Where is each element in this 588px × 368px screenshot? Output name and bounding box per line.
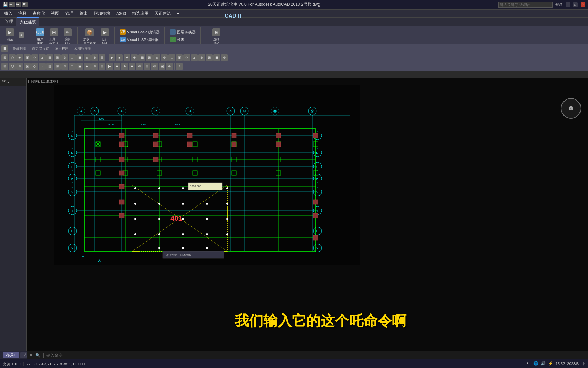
tb-r3-14[interactable]: ⊞ [99, 63, 105, 70]
tb-r2-9[interactable]: ⊙ [61, 54, 68, 61]
layout1-tab[interactable]: 布局1 [3, 352, 19, 358]
search-input[interactable] [498, 2, 553, 8]
tb-r2-29[interactable]: ▣ [213, 54, 220, 61]
tb-r2-2[interactable]: ⬡ [9, 54, 16, 61]
qa-icon-4[interactable]: ▼ [22, 2, 28, 7]
tb-r2-27[interactable]: ⊕ [198, 54, 205, 61]
status-sep-1: | [23, 362, 24, 366]
tb-r3-6[interactable]: ⊿ [39, 63, 46, 70]
menu-more[interactable]: ▾ [174, 11, 182, 17]
tb-leftpanel-toggle[interactable]: ☰ [1, 45, 8, 52]
vb-editor-btn[interactable]: VB Visual Basic 编辑器 [119, 29, 161, 35]
tb-r3-5[interactable]: ◇ [31, 63, 38, 70]
tb-r3-11[interactable]: ▣ [76, 63, 83, 70]
selectmode-icon: ⊕ [212, 28, 220, 36]
svg-point-140 [182, 203, 184, 205]
menu-annotate[interactable]: 注释 [16, 10, 29, 17]
tb-r2-26[interactable]: ⊿ [191, 54, 198, 61]
tb-r3-22[interactable]: ▣ [159, 63, 165, 70]
tb-r3-9[interactable]: ⊙ [61, 63, 68, 70]
tb-r2-11[interactable]: ▣ [76, 54, 83, 61]
tb-r3-4[interactable]: ▣ [24, 63, 31, 70]
menu-tianzheng[interactable]: 天正建筑 [152, 10, 174, 17]
menu-view[interactable]: 视图 [48, 10, 62, 17]
tb-r2-24[interactable]: ▣ [176, 54, 183, 61]
tb-r2-22[interactable]: ⊙ [161, 54, 168, 61]
systray-icon-sound[interactable]: 🔊 [541, 361, 546, 366]
tb-r2-17[interactable]: A [124, 54, 130, 61]
tb-r3-19[interactable]: ⊕ [136, 63, 143, 70]
tb-r3-7[interactable]: ▦ [46, 63, 53, 70]
cmd-close-icon[interactable]: ✕ [29, 353, 33, 358]
menu-parametric[interactable]: 参数化 [30, 10, 48, 17]
tb-r2-20[interactable]: ⊞ [146, 54, 153, 61]
tb-r2-25[interactable]: ◇ [183, 54, 190, 61]
tb-r2-14[interactable]: ⊞ [99, 54, 105, 61]
tb-r2-28[interactable]: ⊞ [206, 54, 213, 61]
tb-r3-13[interactable]: ⊕ [91, 63, 98, 70]
tb-r2-18[interactable]: ⊕ [131, 54, 138, 61]
tb-r2-13[interactable]: ⊕ [91, 54, 98, 61]
tb-r3-24[interactable]: X [176, 63, 183, 70]
systray-icon-network[interactable]: 🌐 [533, 361, 539, 366]
tb-r2-21[interactable]: ◈ [153, 54, 160, 61]
tb-r3-15[interactable]: ▶ [106, 63, 113, 70]
tab-active[interactable]: 天正建筑 [16, 17, 39, 26]
tb-r3-17[interactable]: A [121, 63, 128, 70]
tb-r3-23[interactable]: ⊕ [166, 63, 173, 70]
tb-r3-8[interactable]: ⊞ [54, 63, 61, 70]
tb-r3-21[interactable]: ⊙ [151, 63, 158, 70]
svg-rect-127 [187, 142, 192, 147]
menu-a360[interactable]: A360 [114, 11, 129, 17]
tb-r2-10[interactable]: □ [69, 54, 76, 61]
lisp-editor-btn[interactable]: Lp Visual LISP 编辑器 [119, 36, 161, 43]
tb-r3-2[interactable]: ⬡ [9, 63, 16, 70]
ribbon-btn-play[interactable]: ▶ 播放 [4, 27, 16, 43]
check-btn[interactable]: ✓ 检查 [169, 36, 197, 43]
canvas-area[interactable]: [-][俯视][二维线框] ④ ⑤ ⑥ ⑦ ⑧ ⑨ [27, 78, 588, 351]
tb-r2-30[interactable]: ⊙ [221, 54, 228, 61]
tb-r2-6[interactable]: ⊿ [39, 54, 46, 61]
tb-r2-12[interactable]: ◈ [84, 54, 91, 61]
tb-r2-1[interactable]: ⊞ [1, 54, 8, 61]
tb-r2-23[interactable]: □ [168, 54, 175, 61]
command-input[interactable] [46, 353, 585, 358]
tb-r3-1[interactable]: ⊞ [1, 63, 8, 70]
tab-manage[interactable]: 管理 [1, 18, 16, 26]
tb-r3-3[interactable]: ⊕ [16, 63, 23, 70]
cmd-search-icon[interactable]: 🔍 [35, 353, 40, 358]
tb-r3-20[interactable]: ⊞ [144, 63, 150, 70]
play-label: 播放 [6, 37, 13, 42]
tb-r3-12[interactable]: ◈ [84, 63, 91, 70]
tb-r2-19[interactable]: ▦ [138, 54, 145, 61]
tb-r2-7[interactable]: ▦ [46, 54, 53, 61]
tb-r2-8[interactable]: ⊞ [54, 54, 61, 61]
tb-r3-16[interactable]: ■ [114, 63, 120, 70]
layer-convert-btn[interactable]: ☰ 图层转换器 [169, 29, 197, 35]
menu-output[interactable]: 输出 [77, 10, 91, 17]
tb-r2-3[interactable]: ◈ [16, 54, 23, 61]
minimize-button[interactable]: — [566, 2, 570, 7]
menu-addons[interactable]: 附加模块 [91, 10, 113, 17]
record-btn[interactable]: ● [17, 32, 26, 39]
svg-rect-121 [119, 171, 124, 175]
tb-r3-10[interactable]: □ [69, 63, 76, 70]
qa-icon-3[interactable]: ↪ [16, 2, 21, 7]
tb-r2-15[interactable]: ▶ [109, 54, 115, 61]
tb-r2-4[interactable]: ▣ [24, 54, 31, 61]
qa-icon-2[interactable]: ↩ [9, 2, 15, 7]
scale-label[interactable]: 比例 1:100 [3, 362, 21, 367]
maximize-button[interactable]: □ [573, 2, 578, 7]
login-button[interactable]: 登录 [555, 2, 563, 7]
tb-r2-16[interactable]: ■ [116, 54, 123, 61]
close-button[interactable]: ✕ [581, 2, 585, 7]
tb-r2-5[interactable]: ◇ [31, 54, 38, 61]
qa-icon-1[interactable]: 💾 [3, 2, 8, 7]
menu-manage[interactable]: 管理 [63, 10, 76, 17]
systray-ime[interactable]: 中 [582, 361, 585, 366]
cad-drawing[interactable]: ④ ⑤ ⑥ ⑦ ⑧ ⑨ ⑩ ⑪ ⑫ 50 [54, 85, 360, 265]
tb-r3-18[interactable]: ■ [129, 63, 135, 70]
menu-insert[interactable]: 插入 [1, 10, 15, 17]
titlebar: 💾 ↩ ↪ ▼ T20天正建筑软件 V6.0 For Autodesk Auto… [0, 0, 588, 10]
menu-featured[interactable]: 精选应用 [129, 10, 151, 17]
